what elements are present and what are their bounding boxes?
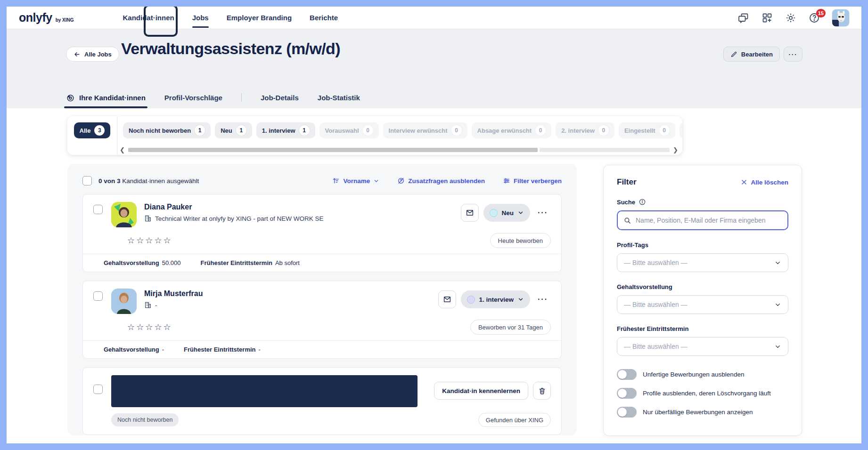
filter-toggles: Unfertige Bewerbungen ausblenden Profile… (617, 369, 788, 418)
stage-pill-alle[interactable]: Alle 3 (74, 122, 111, 138)
stage-pill-label: 2. interview (561, 127, 595, 134)
stage-pill-label: Neu (221, 127, 232, 134)
toggle-label: Nur überfällige Bewerbungen anzeigen (643, 409, 753, 416)
search-label-text: Suche (617, 199, 635, 206)
target-icon (66, 93, 75, 102)
job-more-options-button[interactable]: ··· (784, 47, 802, 62)
stage-pill-absage-erwuenscht[interactable]: Absage erwünscht 0 (472, 122, 552, 138)
chevron-down-icon (517, 209, 524, 216)
stage-pills-scrollbar[interactable]: ❮ ❯ (117, 147, 682, 155)
send-message-button[interactable] (438, 290, 456, 308)
back-to-all-jobs-button[interactable]: Alle Jobs (66, 47, 119, 62)
edit-job-button[interactable]: Bearbeiten (723, 47, 780, 62)
start-date-value: Ab sofort (275, 259, 300, 266)
candidate-avatar[interactable] (111, 289, 137, 314)
user-avatar[interactable] (832, 9, 849, 26)
scroll-left-icon[interactable]: ❮ (118, 147, 126, 153)
meet-candidate-button[interactable]: Kandidat·in kennenlernen (434, 382, 528, 400)
star-icon[interactable] (154, 323, 162, 331)
candidate-tags-row: Noch nicht beworben Gefunden über XING (83, 411, 561, 434)
send-message-button[interactable] (461, 204, 479, 222)
nav-item-jobs[interactable]: Jobs (192, 7, 209, 29)
status-dot-icon (490, 209, 498, 217)
star-icon[interactable] (164, 323, 171, 331)
star-icon[interactable] (164, 236, 171, 245)
help-icon[interactable]: 15 (809, 12, 820, 24)
app-window: onlyfy by XING Kandidat·innen Jobs Emplo… (7, 7, 861, 443)
status-dropdown[interactable]: 1. interview (461, 290, 530, 308)
delete-candidate-button[interactable] (533, 382, 551, 400)
tab-job-statistik[interactable]: Job-Statistik (318, 89, 360, 108)
search-input[interactable] (636, 217, 782, 224)
tab-job-details[interactable]: Job-Details (261, 89, 299, 108)
stage-pill-eingestellt[interactable]: Eingestellt 0 (619, 122, 675, 138)
candidate-checkbox[interactable] (93, 385, 103, 394)
star-icon[interactable] (127, 323, 135, 331)
stage-pill-abgesagt[interactable]: Abgesagt (680, 122, 682, 138)
candidate-position: Technical Writer at onlyfy by XING - par… (144, 215, 324, 222)
mail-icon (443, 295, 451, 304)
star-icon[interactable] (127, 236, 135, 245)
sort-dropdown[interactable]: Vorname (332, 177, 379, 185)
show-overdue-only-toggle[interactable] (617, 407, 637, 418)
start-date-label: Frühester Eintrittstermin (201, 259, 272, 266)
profil-tags-select[interactable]: — Bitte auswählen — (617, 253, 788, 272)
nav-item-employer-branding[interactable]: Employer Branding (227, 7, 292, 29)
settings-gear-icon[interactable] (785, 12, 796, 24)
scrollbar-thumb[interactable] (128, 148, 538, 152)
select-all-checkbox[interactable] (82, 176, 92, 185)
tab-ihre-kandidatinnen[interactable]: Ihre Kandidat·innen (66, 89, 146, 108)
chevron-down-icon (517, 296, 524, 303)
scrollbar-track[interactable] (540, 148, 670, 152)
stage-pill-1-interview[interactable]: 1. interview 1 (256, 122, 315, 138)
stage-pill-count: 0 (451, 125, 462, 136)
star-icon[interactable] (145, 323, 153, 331)
chevron-down-icon (774, 343, 781, 350)
stage-pill-count: 0 (363, 125, 373, 136)
tab-profil-vorschlaege[interactable]: Profil-Vorschläge (164, 89, 222, 108)
gehaltsvorstellung-select[interactable]: — Bitte auswählen — (617, 295, 788, 314)
star-icon[interactable] (145, 236, 153, 245)
candidate-list-panel: 0 von 3 Kandidat·innen ausgewählt Vornam… (67, 164, 577, 435)
search-field-label: Suche (617, 198, 788, 206)
salary-value: - (162, 346, 164, 353)
stage-pill-neu[interactable]: Neu 1 (215, 122, 252, 138)
apps-grid-icon[interactable] (762, 12, 773, 24)
redacted-candidate-info (111, 375, 418, 407)
scroll-right-icon[interactable]: ❯ (671, 147, 680, 153)
candidate-name[interactable]: Diana Pauker (144, 203, 324, 211)
rating-stars[interactable] (127, 323, 171, 331)
star-icon[interactable] (154, 236, 162, 245)
hide-deleting-profiles-toggle[interactable] (617, 388, 637, 399)
status-dropdown[interactable]: Neu (483, 204, 530, 222)
clear-all-filters-button[interactable]: Alle löschen (741, 179, 788, 186)
rating-stars[interactable] (127, 236, 171, 245)
stage-pill-interview-erwuenscht[interactable]: Interview erwünscht 0 (383, 122, 467, 138)
toggle-label: Unfertige Bewerbungen ausblenden (643, 371, 744, 378)
hide-filter-toggle[interactable]: Filter verbergen (503, 177, 562, 185)
candidate-name[interactable]: Mirja Musterfrau (144, 289, 203, 298)
chevron-down-icon (774, 259, 781, 266)
stage-pill-2-interview[interactable]: 2. interview 0 (556, 122, 614, 138)
nav-item-kandidatinnen[interactable]: Kandidat·innen (123, 7, 174, 29)
messages-icon[interactable] (738, 12, 749, 24)
candidate-checkbox[interactable] (93, 205, 103, 214)
hide-incomplete-toggle[interactable] (617, 369, 637, 380)
info-icon[interactable] (639, 198, 646, 206)
candidate-more-button[interactable]: ··· (535, 204, 551, 222)
hide-questions-toggle[interactable]: Zusatzfragen ausblenden (397, 177, 485, 185)
stage-pill-label: 1. interview (262, 127, 295, 134)
star-icon[interactable] (136, 236, 144, 245)
status-dot-icon (467, 296, 475, 304)
tab-label: Job-Details (261, 94, 299, 102)
stage-pill-count: 1 (236, 125, 246, 136)
candidate-more-button[interactable]: ··· (535, 290, 551, 308)
candidate-checkbox[interactable] (93, 291, 103, 301)
onlyfy-logo[interactable]: onlyfy by XING (19, 11, 74, 24)
eintrittstermin-select[interactable]: — Bitte auswählen — (617, 337, 788, 356)
stage-pill-noch-nicht-beworben[interactable]: Noch nicht beworben 1 (123, 122, 211, 138)
star-icon[interactable] (136, 323, 144, 331)
candidate-avatar[interactable] (111, 202, 137, 227)
stage-pill-vorauswahl[interactable]: Vorauswahl 0 (319, 122, 379, 138)
nav-item-berichte[interactable]: Berichte (310, 7, 338, 29)
